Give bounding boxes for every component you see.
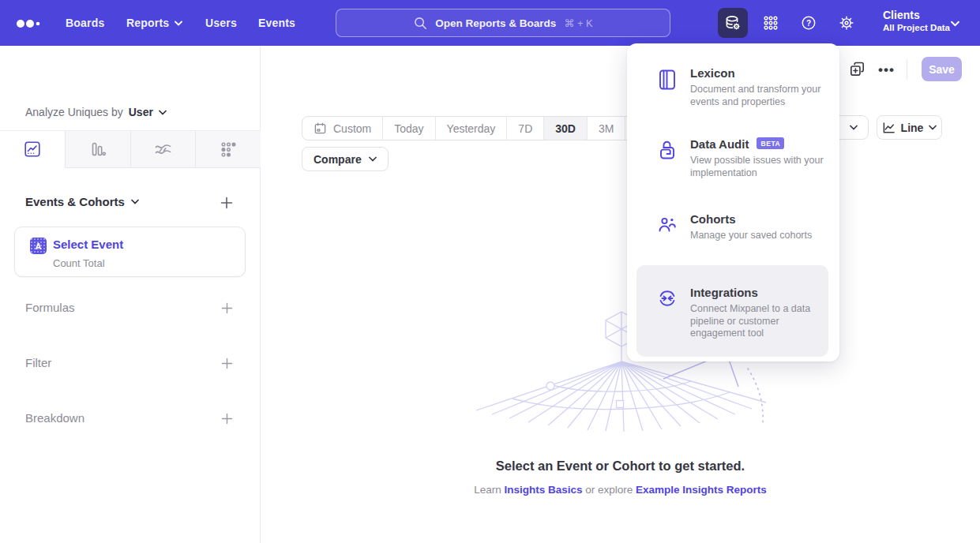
more-options-button[interactable]: ••• [878, 62, 895, 78]
event-card[interactable]: A Select Event Count Total [14, 227, 246, 277]
tab-metric-grid[interactable] [196, 131, 261, 167]
date-range-custom[interactable]: Custom [302, 117, 383, 140]
menu-item-integrations[interactable]: Integrations Connect Mixpanel to a data … [627, 286, 839, 340]
chevron-down-icon [369, 156, 377, 162]
menu-item-title: Lexicon [690, 66, 826, 80]
apps-grid-button[interactable] [756, 8, 786, 38]
chevron-down-icon [131, 199, 139, 204]
line-chart-icon [24, 140, 41, 158]
example-reports-link[interactable]: Example Insights Reports [636, 484, 767, 496]
insights-basics-link[interactable]: Insights Basics [504, 484, 582, 496]
header-divider [907, 59, 907, 80]
svg-text:?: ? [806, 19, 811, 28]
calendar-icon [314, 122, 327, 135]
settings-button[interactable] [832, 8, 862, 38]
chevron-down-icon [850, 125, 858, 130]
plus-icon [221, 302, 233, 314]
select-event-label: Select Event [53, 238, 123, 251]
help-button[interactable]: ? [794, 8, 824, 38]
add-filter-button[interactable] [218, 354, 235, 372]
events-cohorts-header[interactable]: Events & Cohorts [25, 195, 139, 208]
chevron-down-icon [175, 21, 182, 26]
nav-reports[interactable]: Reports [126, 17, 182, 29]
lexicon-book-icon [657, 68, 678, 108]
filter-label: Filter [25, 356, 51, 369]
learn-prefix: Learn [474, 484, 501, 496]
data-audit-icon [657, 139, 678, 179]
menu-item-cohorts[interactable]: Cohorts Manage your saved cohorts [627, 212, 839, 242]
menu-item-title: Cohorts [690, 212, 848, 226]
date-range-3m[interactable]: 3M [588, 117, 625, 140]
plus-icon [221, 413, 233, 425]
nav-users[interactable]: Users [205, 17, 237, 29]
date-range-yesterday[interactable]: Yesterday [436, 117, 508, 140]
line-style-icon [882, 122, 896, 134]
menu-item-description: View possible issues with your implement… [690, 155, 848, 179]
top-navigation: Boards Reports Users Events Open Reports… [0, 0, 980, 46]
analyze-value: User [129, 106, 153, 118]
compare-button[interactable]: Compare [302, 147, 389, 171]
plus-icon [220, 197, 233, 209]
duplicate-icon [848, 60, 866, 78]
chevron-down-icon [951, 21, 959, 27]
menu-item-description: Connect Mixpanel to a data pipeline or c… [690, 303, 826, 340]
search-shortcut: ⌘ + K [564, 17, 593, 29]
menu-item-title: Integrations [690, 286, 826, 299]
cohorts-people-icon [657, 214, 678, 242]
stacked-waves-icon [154, 140, 172, 159]
nav-events[interactable]: Events [258, 17, 295, 29]
menu-item-description: Document and transform your events and p… [690, 84, 826, 108]
search-input[interactable]: Open Reports & Boards ⌘ + K [336, 9, 670, 37]
data-management-button[interactable] [718, 8, 748, 38]
add-event-button[interactable] [218, 194, 235, 212]
analyze-label: Analyze Uniques by [25, 106, 123, 118]
project-name: All Project Data [883, 22, 950, 34]
empty-state-links: Learn Insights Basics or explore Example… [261, 484, 980, 496]
formulas-label: Formulas [25, 301, 75, 314]
tab-line-chart[interactable] [0, 131, 66, 167]
beta-badge: BETA [757, 137, 784, 149]
gear-icon [838, 14, 855, 32]
date-range-7d[interactable]: 7D [507, 117, 544, 140]
help-icon: ? [800, 14, 817, 32]
search-icon [413, 16, 427, 30]
chart-style-dropdown[interactable]: Line [877, 115, 942, 140]
breakdown-label: Breakdown [25, 411, 84, 425]
database-gear-icon [723, 13, 742, 32]
tab-stacked-chart[interactable] [131, 131, 197, 167]
plus-icon [221, 358, 233, 369]
ellipsis-icon: ••• [878, 62, 895, 77]
nav-boards[interactable]: Boards [66, 17, 104, 29]
apps-grid-icon [762, 14, 779, 32]
date-range-today[interactable]: Today [383, 117, 435, 140]
data-management-menu: Lexicon Document and transform your even… [627, 43, 839, 361]
menu-item-lexicon[interactable]: Lexicon Document and transform your even… [627, 66, 839, 108]
event-badge: A [30, 238, 47, 254]
search-placeholder: Open Reports & Boards [435, 17, 556, 29]
menu-item-data-audit[interactable]: Data Audit BETA View possible issues wit… [627, 137, 839, 179]
duplicate-button[interactable] [848, 60, 866, 78]
menu-item-description: Manage your saved cohorts [690, 230, 848, 242]
dots-grid-icon [220, 140, 237, 158]
date-range-30d[interactable]: 30D [544, 117, 588, 140]
middle-text: or explore [585, 484, 633, 496]
save-button[interactable]: Save [922, 57, 962, 81]
add-breakdown-button[interactable] [218, 410, 235, 427]
chevron-down-icon [159, 110, 167, 115]
mixpanel-logo-icon[interactable] [16, 19, 41, 28]
analyze-uniques-selector[interactable]: Analyze Uniques by User [25, 106, 167, 118]
tab-bar-chart[interactable] [66, 131, 131, 167]
integrations-sync-icon [657, 287, 678, 340]
project-selector[interactable]: Clients All Project Data [883, 9, 950, 34]
chart-type-tabs [0, 130, 261, 168]
query-builder-sidebar: Analyze Uniques by User [0, 46, 261, 543]
bar-chart-icon [89, 140, 107, 158]
date-range-control: Custom Today Yesterday 7D 30D 3M 6M [302, 116, 664, 140]
add-formula-button[interactable] [218, 299, 235, 316]
chevron-down-icon [929, 125, 937, 130]
empty-state-title: Select an Event or Cohort to get started… [261, 459, 980, 474]
org-name: Clients [883, 9, 950, 22]
count-total-label[interactable]: Count Total [53, 257, 105, 269]
menu-item-title: Data Audit [690, 137, 749, 151]
